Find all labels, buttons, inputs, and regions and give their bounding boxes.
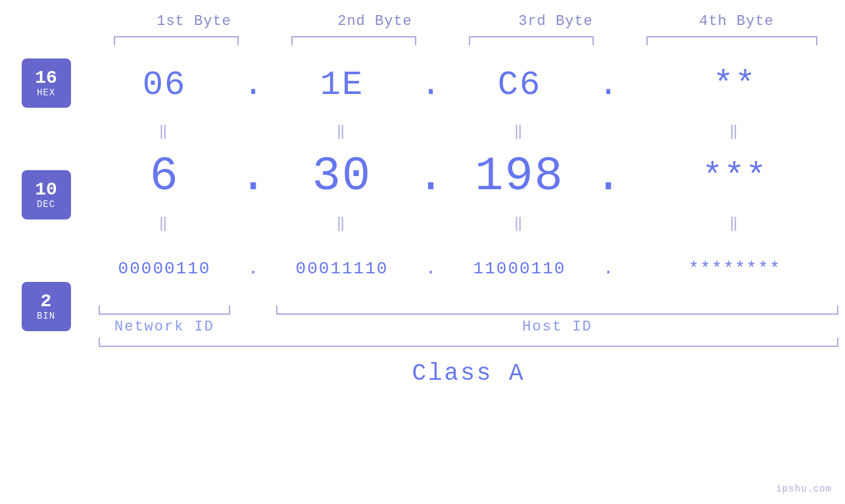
hex-dot1: .	[237, 66, 270, 104]
hex-badge: 16 HEX	[22, 58, 71, 108]
bracket-byte4-line	[646, 36, 817, 45]
host-id-label: Host ID	[270, 319, 845, 335]
bin-dot1: .	[237, 259, 270, 279]
bin-dot2: .	[414, 259, 447, 279]
dec-badge: 10 DEC	[22, 170, 71, 219]
dec-b1: 6	[92, 150, 237, 204]
bracket-byte3-line	[469, 36, 594, 45]
hex-dot3: .	[592, 66, 625, 104]
header-byte2: 2nd Byte	[302, 13, 447, 30]
bottom-brackets	[92, 306, 845, 315]
dec-badge-label: DEC	[37, 199, 55, 210]
byte-headers: 1st Byte 2nd Byte 3rd Byte 4th Byte	[104, 13, 827, 30]
bin-badge-number: 2	[41, 292, 52, 311]
bracket-byte2	[281, 36, 426, 45]
host-bracket	[276, 306, 838, 315]
hex-badge-number: 16	[35, 69, 57, 87]
dec-dot3: .	[592, 150, 625, 204]
watermark: ipshu.com	[776, 484, 832, 494]
data-section: 06 . 1E . C6 . ** ‖ ‖ ‖ ‖ 6 .	[92, 52, 845, 387]
id-labels: Network ID Host ID	[92, 319, 845, 335]
bin-badge: 2 BIN	[22, 282, 71, 331]
dec-row: 6 . 30 . 198 . ***	[92, 144, 845, 210]
bin-b2: 00011110	[270, 259, 414, 279]
eq1-b2: ‖	[270, 122, 414, 140]
bracket-byte1-line	[114, 36, 239, 45]
hex-b1: 06	[92, 66, 237, 104]
bin-badge-label: BIN	[37, 311, 55, 321]
dec-dot2: .	[414, 150, 447, 204]
dec-badge-number: 10	[35, 181, 57, 199]
header-byte1: 1st Byte	[122, 13, 266, 30]
eq1-b4: ‖	[625, 122, 845, 140]
eq2-b4: ‖	[625, 214, 845, 232]
main-container: 1st Byte 2nd Byte 3rd Byte 4th Byte 16	[0, 0, 845, 504]
bin-b3: 11000110	[447, 259, 592, 279]
hex-row: 06 . 1E . C6 . **	[92, 52, 845, 118]
hex-b4: **	[625, 66, 845, 104]
badges-column: 16 HEX 10 DEC 2 BIN	[0, 52, 92, 331]
dec-b3: 198	[447, 150, 592, 204]
header-byte4: 4th Byte	[664, 13, 809, 30]
eq2-b3: ‖	[447, 214, 592, 232]
hex-badge-label: HEX	[37, 87, 55, 98]
eq2-b2: ‖	[270, 214, 414, 232]
eq1-b3: ‖	[447, 122, 592, 140]
hex-b3: C6	[447, 66, 592, 104]
bracket-byte3	[459, 36, 604, 45]
header-byte3: 3rd Byte	[483, 13, 628, 30]
bracket-byte1	[104, 36, 249, 45]
main-section: 16 HEX 10 DEC 2 BIN 06 . 1E .	[0, 52, 845, 387]
dec-dot1: .	[237, 150, 270, 204]
dec-b2: 30	[270, 150, 414, 204]
bracket-byte4	[637, 36, 827, 45]
bin-b1: 00000110	[92, 259, 237, 279]
network-bracket	[99, 306, 230, 315]
bin-row: 00000110 . 00011110 . 11000110 . *******…	[92, 236, 845, 302]
outer-bottom-bracket	[92, 338, 845, 347]
class-label: Class A	[92, 360, 845, 387]
bin-dot3: .	[592, 259, 625, 279]
hex-b2: 1E	[270, 66, 414, 104]
hex-dot2: .	[414, 66, 447, 104]
bin-b4: ********	[625, 259, 845, 279]
top-brackets	[104, 36, 827, 45]
bracket-byte2-line	[291, 36, 416, 45]
dec-b4: ***	[625, 158, 845, 196]
equals-row-2: ‖ ‖ ‖ ‖	[92, 210, 845, 236]
eq1-b1: ‖	[92, 122, 237, 140]
network-id-label: Network ID	[92, 319, 237, 335]
eq2-b1: ‖	[92, 214, 237, 232]
equals-row-1: ‖ ‖ ‖ ‖	[92, 118, 845, 144]
